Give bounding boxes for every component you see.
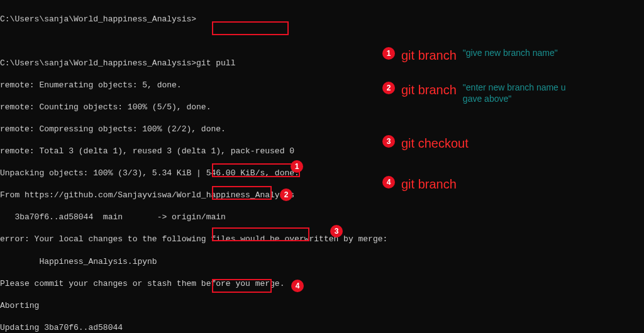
legend-label-3: git checkout	[401, 135, 469, 152]
badge-3: 3	[330, 225, 343, 237]
out-errfile: Happiness_Analysis.ipynb	[0, 256, 644, 268]
legend-item-1: 1 git branch "give new branch name"	[382, 47, 558, 64]
out-updating: Updating 3ba70f6..ad58044	[0, 322, 644, 333]
out-error: error: Your local changes to the followi…	[0, 234, 644, 245]
badge-4: 4	[291, 280, 304, 292]
legend-item-2: 2 git branch "enter new branch name u ga…	[382, 82, 582, 104]
legend-badge-2: 2	[382, 82, 395, 94]
out-from: From https://github.com/Sanjayviswa/Worl…	[0, 190, 644, 201]
legend-item-3: 3 git checkout	[382, 135, 469, 152]
out-total: remote: Total 3 (delta 1), reused 3 (del…	[0, 146, 644, 157]
legend-label-2: git branch	[401, 82, 457, 99]
badge-2: 2	[280, 188, 292, 201]
cmd-git-pull: git pull	[196, 58, 235, 68]
legend-hint-2: "enter new branch name u gave above"	[463, 82, 582, 104]
legend-label-4: git branch	[401, 176, 457, 193]
out-commitmsg: Please commit your changes or stash them…	[0, 278, 644, 290]
legend-badge-4: 4	[382, 176, 395, 188]
out-compress: remote: Compressing objects: 100% (2/2),…	[0, 124, 644, 135]
legend-label-1: git branch	[401, 47, 457, 64]
legend-badge-3: 3	[382, 135, 395, 148]
legend-hint-1: "give new branch name"	[463, 47, 558, 58]
out-aborting: Aborting	[0, 300, 644, 312]
prompt: C:\Users\sanja\World_happiness_Analysis>	[0, 14, 196, 24]
badge-1: 1	[291, 160, 303, 173]
out-unpack: Unpacking objects: 100% (3/3), 5.34 KiB …	[0, 168, 644, 179]
prompt: C:\Users\sanja\World_happiness_Analysis>	[0, 58, 196, 68]
legend-badge-1: 1	[382, 47, 395, 60]
legend-item-4: 4 git branch	[382, 176, 457, 193]
out-ref: 3ba70f6..ad58044 main -> origin/main	[0, 212, 644, 223]
